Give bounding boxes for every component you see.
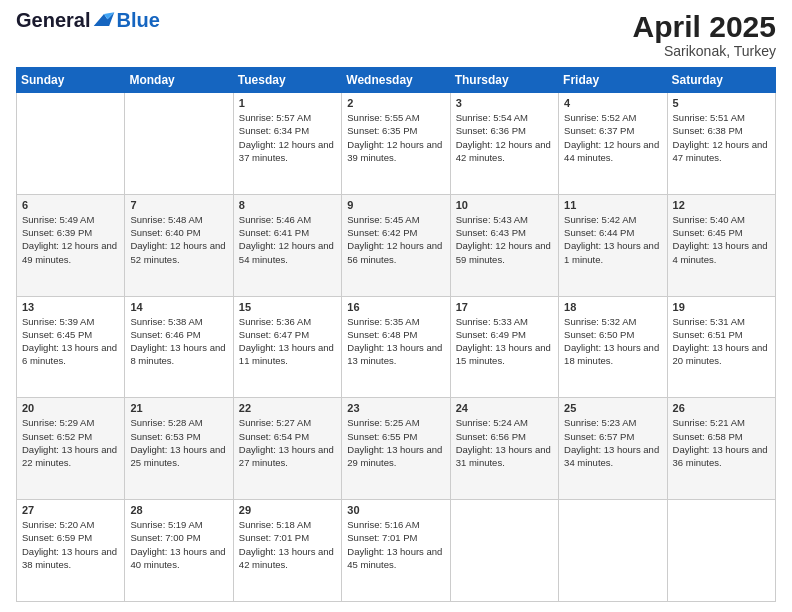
calendar-cell: 15Sunrise: 5:36 AMSunset: 6:47 PMDayligh… (233, 296, 341, 398)
day-number: 19 (673, 301, 770, 313)
day-info: Sunrise: 5:18 AMSunset: 7:01 PMDaylight:… (239, 518, 336, 571)
calendar-cell: 2Sunrise: 5:55 AMSunset: 6:35 PMDaylight… (342, 93, 450, 195)
day-number: 9 (347, 199, 444, 211)
day-info: Sunrise: 5:48 AMSunset: 6:40 PMDaylight:… (130, 213, 227, 266)
day-info: Sunrise: 5:46 AMSunset: 6:41 PMDaylight:… (239, 213, 336, 266)
calendar-cell (17, 93, 125, 195)
calendar-cell: 16Sunrise: 5:35 AMSunset: 6:48 PMDayligh… (342, 296, 450, 398)
day-number: 6 (22, 199, 119, 211)
header: General Blue April 2025 Sarikonak, Turke… (16, 10, 776, 59)
calendar-cell: 11Sunrise: 5:42 AMSunset: 6:44 PMDayligh… (559, 194, 667, 296)
calendar-week-row: 6Sunrise: 5:49 AMSunset: 6:39 PMDaylight… (17, 194, 776, 296)
logo-bird-icon (92, 10, 116, 30)
day-number: 5 (673, 97, 770, 109)
calendar-cell: 19Sunrise: 5:31 AMSunset: 6:51 PMDayligh… (667, 296, 775, 398)
calendar-cell: 6Sunrise: 5:49 AMSunset: 6:39 PMDaylight… (17, 194, 125, 296)
day-info: Sunrise: 5:38 AMSunset: 6:46 PMDaylight:… (130, 315, 227, 368)
calendar-week-row: 27Sunrise: 5:20 AMSunset: 6:59 PMDayligh… (17, 500, 776, 602)
logo: General Blue (16, 10, 160, 30)
day-number: 24 (456, 402, 553, 414)
day-number: 29 (239, 504, 336, 516)
day-header-saturday: Saturday (667, 68, 775, 93)
calendar-cell (450, 500, 558, 602)
day-number: 17 (456, 301, 553, 313)
day-number: 26 (673, 402, 770, 414)
day-info: Sunrise: 5:20 AMSunset: 6:59 PMDaylight:… (22, 518, 119, 571)
day-info: Sunrise: 5:54 AMSunset: 6:36 PMDaylight:… (456, 111, 553, 164)
logo-blue-text: Blue (116, 10, 159, 30)
day-info: Sunrise: 5:33 AMSunset: 6:49 PMDaylight:… (456, 315, 553, 368)
day-number: 23 (347, 402, 444, 414)
day-info: Sunrise: 5:25 AMSunset: 6:55 PMDaylight:… (347, 416, 444, 469)
calendar-cell: 17Sunrise: 5:33 AMSunset: 6:49 PMDayligh… (450, 296, 558, 398)
day-info: Sunrise: 5:28 AMSunset: 6:53 PMDaylight:… (130, 416, 227, 469)
day-info: Sunrise: 5:19 AMSunset: 7:00 PMDaylight:… (130, 518, 227, 571)
day-number: 25 (564, 402, 661, 414)
day-header-sunday: Sunday (17, 68, 125, 93)
calendar-cell (667, 500, 775, 602)
calendar-week-row: 1Sunrise: 5:57 AMSunset: 6:34 PMDaylight… (17, 93, 776, 195)
calendar-cell: 29Sunrise: 5:18 AMSunset: 7:01 PMDayligh… (233, 500, 341, 602)
calendar-cell: 24Sunrise: 5:24 AMSunset: 6:56 PMDayligh… (450, 398, 558, 500)
day-header-monday: Monday (125, 68, 233, 93)
day-info: Sunrise: 5:31 AMSunset: 6:51 PMDaylight:… (673, 315, 770, 368)
day-info: Sunrise: 5:36 AMSunset: 6:47 PMDaylight:… (239, 315, 336, 368)
day-info: Sunrise: 5:45 AMSunset: 6:42 PMDaylight:… (347, 213, 444, 266)
day-number: 1 (239, 97, 336, 109)
calendar-cell: 23Sunrise: 5:25 AMSunset: 6:55 PMDayligh… (342, 398, 450, 500)
day-info: Sunrise: 5:55 AMSunset: 6:35 PMDaylight:… (347, 111, 444, 164)
day-number: 3 (456, 97, 553, 109)
month-title: April 2025 (633, 10, 776, 43)
logo-general-text: General (16, 10, 90, 30)
day-number: 18 (564, 301, 661, 313)
calendar-cell: 5Sunrise: 5:51 AMSunset: 6:38 PMDaylight… (667, 93, 775, 195)
day-info: Sunrise: 5:23 AMSunset: 6:57 PMDaylight:… (564, 416, 661, 469)
calendar-week-row: 20Sunrise: 5:29 AMSunset: 6:52 PMDayligh… (17, 398, 776, 500)
day-number: 14 (130, 301, 227, 313)
day-number: 10 (456, 199, 553, 211)
day-number: 13 (22, 301, 119, 313)
day-header-wednesday: Wednesday (342, 68, 450, 93)
day-info: Sunrise: 5:29 AMSunset: 6:52 PMDaylight:… (22, 416, 119, 469)
day-info: Sunrise: 5:42 AMSunset: 6:44 PMDaylight:… (564, 213, 661, 266)
page: General Blue April 2025 Sarikonak, Turke… (0, 0, 792, 612)
day-number: 22 (239, 402, 336, 414)
day-info: Sunrise: 5:24 AMSunset: 6:56 PMDaylight:… (456, 416, 553, 469)
calendar-cell: 14Sunrise: 5:38 AMSunset: 6:46 PMDayligh… (125, 296, 233, 398)
day-info: Sunrise: 5:39 AMSunset: 6:45 PMDaylight:… (22, 315, 119, 368)
day-header-friday: Friday (559, 68, 667, 93)
calendar-cell: 3Sunrise: 5:54 AMSunset: 6:36 PMDaylight… (450, 93, 558, 195)
calendar-cell: 22Sunrise: 5:27 AMSunset: 6:54 PMDayligh… (233, 398, 341, 500)
day-number: 7 (130, 199, 227, 211)
day-number: 20 (22, 402, 119, 414)
calendar-cell: 26Sunrise: 5:21 AMSunset: 6:58 PMDayligh… (667, 398, 775, 500)
day-info: Sunrise: 5:40 AMSunset: 6:45 PMDaylight:… (673, 213, 770, 266)
day-number: 21 (130, 402, 227, 414)
day-number: 27 (22, 504, 119, 516)
day-number: 15 (239, 301, 336, 313)
logo-area: General Blue (16, 10, 160, 30)
calendar-cell: 30Sunrise: 5:16 AMSunset: 7:01 PMDayligh… (342, 500, 450, 602)
day-number: 11 (564, 199, 661, 211)
day-info: Sunrise: 5:52 AMSunset: 6:37 PMDaylight:… (564, 111, 661, 164)
day-info: Sunrise: 5:32 AMSunset: 6:50 PMDaylight:… (564, 315, 661, 368)
day-header-thursday: Thursday (450, 68, 558, 93)
calendar-cell: 8Sunrise: 5:46 AMSunset: 6:41 PMDaylight… (233, 194, 341, 296)
day-info: Sunrise: 5:16 AMSunset: 7:01 PMDaylight:… (347, 518, 444, 571)
day-number: 2 (347, 97, 444, 109)
day-info: Sunrise: 5:43 AMSunset: 6:43 PMDaylight:… (456, 213, 553, 266)
calendar-cell: 27Sunrise: 5:20 AMSunset: 6:59 PMDayligh… (17, 500, 125, 602)
calendar-cell: 7Sunrise: 5:48 AMSunset: 6:40 PMDaylight… (125, 194, 233, 296)
day-number: 12 (673, 199, 770, 211)
day-number: 28 (130, 504, 227, 516)
day-header-tuesday: Tuesday (233, 68, 341, 93)
calendar-week-row: 13Sunrise: 5:39 AMSunset: 6:45 PMDayligh… (17, 296, 776, 398)
calendar-cell: 13Sunrise: 5:39 AMSunset: 6:45 PMDayligh… (17, 296, 125, 398)
calendar-cell (559, 500, 667, 602)
header-row: SundayMondayTuesdayWednesdayThursdayFrid… (17, 68, 776, 93)
calendar-cell: 20Sunrise: 5:29 AMSunset: 6:52 PMDayligh… (17, 398, 125, 500)
calendar-cell (125, 93, 233, 195)
calendar-cell: 10Sunrise: 5:43 AMSunset: 6:43 PMDayligh… (450, 194, 558, 296)
day-info: Sunrise: 5:27 AMSunset: 6:54 PMDaylight:… (239, 416, 336, 469)
day-number: 30 (347, 504, 444, 516)
